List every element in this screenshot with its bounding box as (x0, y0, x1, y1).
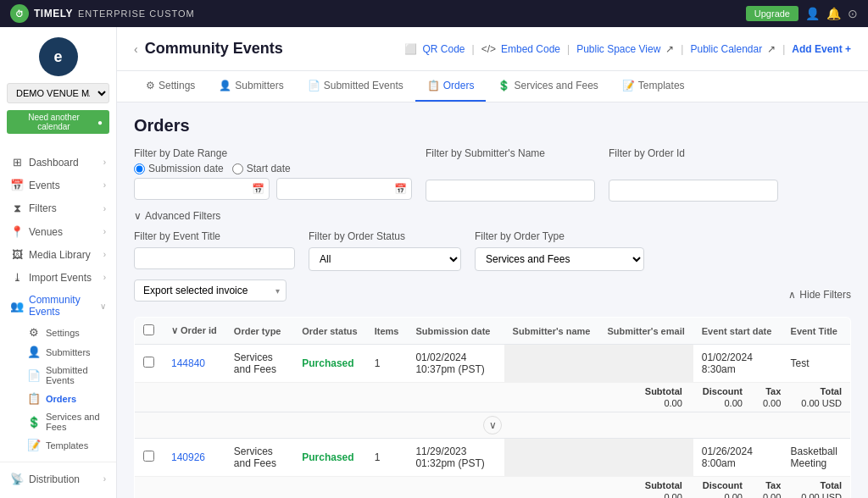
qr-code-link[interactable]: QR Code (422, 43, 465, 55)
filter-order-status-select[interactable]: All (309, 247, 461, 271)
advanced-filters-toggle[interactable]: ∨ Advanced Filters (134, 210, 851, 222)
venue-select[interactable]: DEMO VENUE MANAGEMEN (7, 83, 109, 103)
tab-label: Services and Fees (514, 80, 598, 91)
expand-button-1[interactable]: ∨ (483, 416, 502, 434)
total-value: 0.00 USD (801, 398, 842, 408)
sidebar-item-import-events[interactable]: ⤓ Import Events › (0, 266, 116, 289)
th-event-title: Event Title (782, 318, 851, 345)
subtotal-value: 0.00 (664, 492, 682, 498)
services-icon: 💲 (27, 416, 41, 429)
total-value: 0.00 USD (801, 492, 842, 498)
add-event-button[interactable]: Add Event + (792, 43, 851, 55)
sidebar-item-community-events[interactable]: 👥 Community Events ∨ (0, 289, 116, 323)
tab-orders[interactable]: 📋 Orders (415, 71, 487, 102)
order-status-cell: Purchased (293, 439, 365, 477)
event-start-date-cell: 01/02/2024 8:30am (693, 345, 782, 383)
public-calendar-link[interactable]: Public Calendar (690, 43, 762, 55)
subnav-templates[interactable]: 📝 Templates (20, 435, 116, 455)
hide-filters-button[interactable]: ∧ Hide Filters (788, 289, 851, 301)
sidebar-item-venues[interactable]: 📍 Venues › (0, 220, 116, 243)
logo-text: TIMELY (34, 8, 73, 19)
import-icon: ⤓ (10, 271, 24, 284)
order-subtotal-row: Subtotal 0.00 Discount 0.00 Tax 0.00 (135, 383, 851, 412)
tab-label: Orders (443, 80, 475, 91)
filter-submitter-group: Filter by Submitter's Name (426, 147, 595, 202)
embed-code-link[interactable]: Embed Code (501, 43, 560, 55)
radio-submission[interactable]: Submission date (134, 163, 224, 174)
subnav-services-fees[interactable]: 💲 Services and Fees (20, 408, 116, 435)
radio-start-input[interactable] (232, 163, 243, 174)
logo-icon: ⏱ (10, 4, 29, 23)
need-calendar-button[interactable]: Need another calendar ● (7, 110, 109, 134)
submitter-email-cell (598, 345, 693, 383)
date-from-input[interactable] (134, 178, 270, 200)
sidebar-item-filters[interactable]: ⧗ Filters › (0, 196, 116, 220)
tab-templates[interactable]: 📝 Templates (610, 71, 697, 102)
date-to-wrap: 📅 (276, 178, 412, 200)
qr-code-icon: ⬜ (404, 43, 417, 55)
content-area: Orders Filter by Date Range Submission d… (117, 102, 868, 498)
filter-order-id-input[interactable] (609, 180, 778, 202)
subnav-orders[interactable]: 📋 Orders (20, 389, 116, 408)
submitted-events-icon: 📄 (27, 369, 41, 382)
tab-services-fees[interactable]: 💲 Services and Fees (486, 71, 609, 102)
submitted-tab-icon: 📄 (308, 80, 320, 91)
filter-order-type-group: Filter by Order Type Services and Fees (475, 230, 644, 271)
subnav-submitted-events[interactable]: 📄 Submitted Events (20, 362, 116, 389)
filter-row-1: Filter by Date Range Submission date Sta… (134, 147, 851, 202)
order-id-link[interactable]: 140926 (171, 451, 205, 463)
filter-order-type-label: Filter by Order Type (475, 230, 644, 242)
user-icon[interactable]: 👤 (805, 7, 820, 20)
filter-event-title-input[interactable] (134, 247, 295, 269)
radio-submission-input[interactable] (134, 163, 145, 174)
th-submission-date: Submission date (407, 318, 504, 345)
calendar-icon[interactable]: 📅 (252, 183, 264, 195)
order-type-cell: Services and Fees (225, 345, 293, 383)
embed-code-icon: </> (481, 43, 496, 55)
sidebar-item-events[interactable]: 📅 Events › (0, 174, 116, 196)
select-all-checkbox[interactable] (143, 324, 154, 335)
total-col: Total 0.00 USD (801, 480, 842, 498)
subnav-submitters[interactable]: 👤 Submitters (20, 342, 116, 362)
tab-label: Templates (638, 80, 685, 91)
subnav-settings[interactable]: ⚙ Settings (20, 323, 116, 342)
export-select[interactable]: Export selected invoice (134, 279, 287, 302)
page-header: ‹ Community Events ⬜ QR Code | </> Embed… (117, 27, 868, 71)
chevron-up-icon: ∧ (788, 289, 796, 301)
filter-order-type-select[interactable]: Services and Fees (475, 247, 644, 271)
sidebar-item-label: Distribution (29, 473, 80, 485)
bell-icon[interactable]: 🔔 (826, 7, 841, 20)
profile-icon[interactable]: ⊙ (848, 7, 858, 20)
date-to-input[interactable] (276, 178, 412, 200)
row-checkbox[interactable] (143, 357, 154, 368)
templates-icon: 📝 (27, 439, 41, 451)
expand-cell: ∨ (135, 412, 851, 439)
chevron-icon: › (103, 204, 106, 213)
row-checkbox[interactable] (143, 451, 154, 462)
back-button[interactable]: ‹ (134, 42, 138, 56)
advanced-filters-label: Advanced Filters (145, 210, 220, 222)
tab-submitted-events[interactable]: 📄 Submitted Events (296, 71, 415, 102)
tab-submitters[interactable]: 👤 Submitters (207, 71, 295, 102)
tab-settings[interactable]: ⚙ Settings (134, 71, 207, 102)
sidebar-item-dashboard[interactable]: ⊞ Dashboard › (0, 151, 116, 174)
radio-start[interactable]: Start date (232, 163, 291, 174)
order-id-link[interactable]: 144840 (171, 357, 205, 369)
discount-value: 0.00 (724, 398, 742, 408)
filter-submitter-input[interactable] (426, 180, 595, 202)
sidebar-item-label: Filters (29, 202, 57, 214)
public-space-link[interactable]: Public Space View (576, 43, 660, 55)
sidebar-item-media-library[interactable]: 🖼 Media Library › (0, 243, 116, 266)
external-icon: ↗ (665, 43, 674, 55)
sidebar-item-ticketing[interactable]: 🎟 Ticketing/RSVP › (0, 490, 116, 498)
community-subnav: ⚙ Settings 👤 Submitters 📄 Submitted Even… (0, 323, 116, 455)
upgrade-button[interactable]: Upgrade (746, 6, 798, 21)
chevron-down-icon: ∨ (100, 302, 106, 311)
th-order-id[interactable]: ∨ Order id (163, 318, 225, 345)
status-badge: Purchased (302, 451, 353, 463)
subnav-label: Orders (46, 394, 76, 404)
calendar-icon2[interactable]: 📅 (394, 183, 407, 195)
subtotal-cell: Subtotal 0.00 Discount 0.00 Tax 0.00 (135, 477, 851, 499)
sidebar-item-distribution[interactable]: 📡 Distribution › (0, 468, 116, 490)
table-row: 140926 Services and Fees Purchased 1 11/… (135, 439, 851, 477)
